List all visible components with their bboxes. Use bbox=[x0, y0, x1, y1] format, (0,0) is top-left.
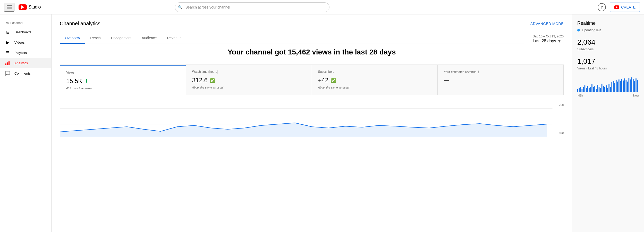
svg-rect-41 bbox=[626, 80, 627, 92]
realtime-subscribers-label: Subscribers bbox=[577, 47, 639, 51]
svg-rect-22 bbox=[599, 87, 600, 92]
header-left: Studio bbox=[4, 3, 41, 12]
svg-rect-21 bbox=[597, 85, 598, 92]
svg-rect-24 bbox=[601, 84, 603, 92]
page-title: Channel analytics bbox=[60, 21, 100, 27]
right-panel: Realtime Updating live 2,064 Subscribers… bbox=[572, 14, 644, 232]
chart-footer-right: Now bbox=[633, 94, 639, 97]
header-right: ? CREATE bbox=[598, 3, 640, 12]
analytics-page: Channel analytics ADVANCED MODE Overview… bbox=[52, 14, 572, 148]
search-wrapper bbox=[175, 2, 329, 12]
hero-headline: Your channel got 15,462 views in the las… bbox=[60, 48, 564, 56]
search-input[interactable] bbox=[175, 2, 329, 12]
metric-label-subscribers: Subscribers bbox=[318, 70, 431, 74]
channel-label: Your channel bbox=[5, 21, 23, 25]
metric-card-watchtime[interactable]: Watch time (hours) 312.6 ✅ About the sam… bbox=[186, 65, 312, 95]
metric-note-subscribers: About the same as usual bbox=[318, 86, 431, 89]
svg-rect-16 bbox=[590, 87, 591, 92]
content-with-panel: Channel analytics ADVANCED MODE Overview… bbox=[52, 14, 644, 232]
realtime-bar-chart bbox=[577, 76, 639, 92]
metric-card-views[interactable]: Views 15.5K ⬆ 462 more than usual bbox=[60, 65, 186, 95]
metric-label-revenue: Your estimated revenue ℹ bbox=[444, 70, 557, 74]
channel-section: Your channel bbox=[0, 17, 51, 27]
date-range-select[interactable]: Last 28 days ▾ bbox=[533, 38, 564, 44]
svg-rect-31 bbox=[611, 82, 612, 92]
sidebar-item-playlists[interactable]: ☰ Playlists bbox=[0, 47, 51, 58]
svg-rect-43 bbox=[629, 78, 630, 92]
videos-icon: ▶ bbox=[5, 40, 10, 45]
main-content: Channel analytics ADVANCED MODE Overview… bbox=[52, 14, 572, 232]
info-icon: ℹ bbox=[478, 70, 479, 74]
svg-rect-49 bbox=[637, 80, 638, 92]
metric-label-views: Views bbox=[66, 71, 180, 74]
svg-rect-20 bbox=[596, 89, 597, 92]
comments-icon bbox=[5, 71, 10, 76]
sidebar-item-label: Comments bbox=[14, 71, 31, 75]
svg-rect-19 bbox=[594, 86, 595, 92]
tab-reach[interactable]: Reach bbox=[85, 33, 106, 44]
up-arrow-icon: ⬆ bbox=[84, 78, 88, 84]
svg-rect-47 bbox=[634, 81, 635, 92]
sidebar-item-label: Playlists bbox=[14, 51, 27, 55]
tab-revenue[interactable]: Revenue bbox=[162, 33, 187, 44]
chart-area: 750 500 bbox=[60, 103, 564, 140]
chart-svg bbox=[60, 103, 564, 140]
svg-rect-17 bbox=[591, 84, 592, 92]
realtime-title: Realtime bbox=[577, 21, 639, 26]
svg-rect-29 bbox=[608, 84, 609, 92]
tab-overview[interactable]: Overview bbox=[60, 33, 85, 44]
svg-rect-11 bbox=[583, 87, 584, 92]
updating-label: Updating live bbox=[582, 28, 601, 32]
svg-rect-38 bbox=[621, 79, 622, 92]
svg-rect-23 bbox=[600, 88, 601, 92]
chart-y-mid: 500 bbox=[559, 131, 564, 134]
advanced-mode-link[interactable]: ADVANCED MODE bbox=[530, 22, 564, 26]
header: Studio ? CREATE bbox=[0, 0, 644, 14]
youtube-logo-icon bbox=[19, 4, 27, 10]
svg-rect-42 bbox=[627, 82, 628, 92]
svg-rect-30 bbox=[610, 87, 611, 92]
help-button[interactable]: ? bbox=[598, 3, 606, 11]
svg-rect-15 bbox=[589, 88, 590, 92]
svg-rect-7 bbox=[577, 89, 578, 92]
page-header: Channel analytics ADVANCED MODE bbox=[60, 21, 564, 27]
svg-rect-45 bbox=[631, 77, 632, 92]
svg-rect-2 bbox=[9, 61, 10, 65]
metric-value-revenue: — bbox=[444, 77, 557, 83]
svg-rect-34 bbox=[616, 80, 617, 92]
metric-note-watchtime: About the same as usual bbox=[192, 86, 306, 89]
date-range-label: Last 28 days bbox=[533, 39, 556, 43]
sidebar-item-label: Videos bbox=[14, 41, 25, 44]
check-circle-icon-2: ✅ bbox=[331, 77, 336, 83]
metric-card-revenue[interactable]: Your estimated revenue ℹ — bbox=[438, 65, 563, 95]
svg-rect-28 bbox=[607, 88, 608, 92]
svg-rect-40 bbox=[624, 78, 625, 92]
svg-rect-33 bbox=[614, 83, 615, 92]
studio-label: Studio bbox=[28, 4, 41, 10]
chart-footer-left: -48h bbox=[577, 94, 583, 97]
tab-engagement[interactable]: Engagement bbox=[106, 33, 137, 44]
sidebar-item-videos[interactable]: ▶ Videos bbox=[0, 37, 51, 47]
svg-rect-0 bbox=[5, 63, 6, 65]
svg-rect-44 bbox=[630, 79, 631, 92]
create-button[interactable]: CREATE bbox=[610, 3, 640, 12]
svg-rect-27 bbox=[606, 85, 607, 92]
logo[interactable]: Studio bbox=[19, 4, 41, 10]
hamburger-menu-button[interactable] bbox=[4, 3, 14, 12]
metric-value-views: 15.5K ⬆ bbox=[66, 77, 180, 85]
sidebar-item-comments[interactable]: Comments bbox=[0, 68, 51, 78]
realtime-views-count: 1,017 bbox=[577, 57, 639, 66]
metric-card-subscribers[interactable]: Subscribers +42 ✅ About the same as usua… bbox=[312, 65, 438, 95]
svg-rect-1 bbox=[7, 62, 8, 65]
tab-audience[interactable]: Audience bbox=[137, 33, 162, 44]
check-circle-icon: ✅ bbox=[210, 77, 215, 83]
playlists-icon: ☰ bbox=[5, 50, 10, 55]
chevron-down-icon: ▾ bbox=[558, 38, 561, 44]
svg-rect-32 bbox=[613, 81, 614, 92]
chart-y-high: 750 bbox=[559, 103, 564, 107]
create-label: CREATE bbox=[621, 5, 635, 9]
sidebar-item-dashboard[interactable]: ⊞ Dashboard bbox=[0, 27, 51, 37]
tabs-container: Overview Reach Engagement Audience Reven… bbox=[60, 33, 524, 44]
svg-rect-10 bbox=[582, 89, 583, 92]
sidebar-item-analytics[interactable]: Analytics bbox=[0, 58, 51, 68]
